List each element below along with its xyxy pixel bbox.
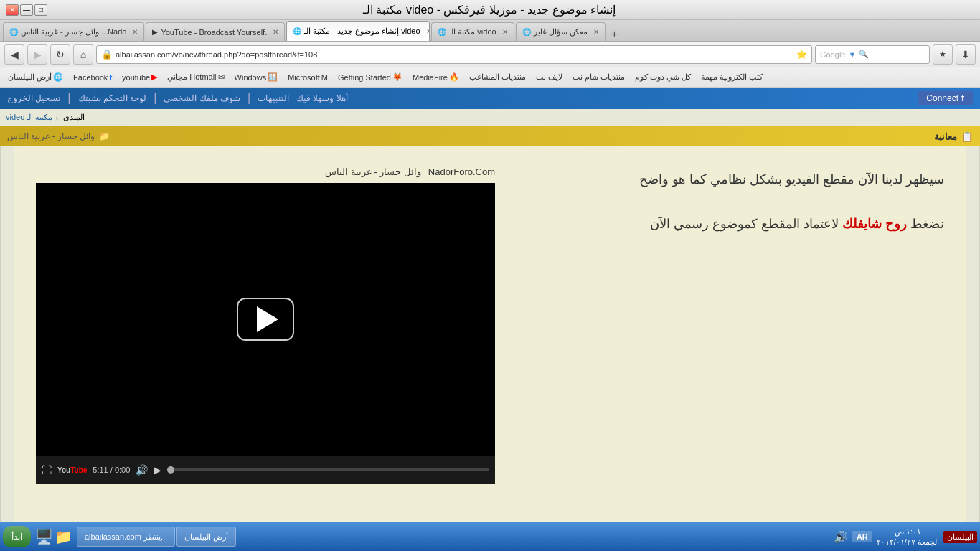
video-container[interactable] xyxy=(36,183,495,456)
text-section: سيظهر لدينا الآن مقطع الفيديو بشكل نظامي… xyxy=(509,161,944,515)
taskbar-browser-label: albailassan.com ينتظر... xyxy=(85,532,167,542)
breadcrumb-sep: › xyxy=(55,113,58,122)
hotmail-icon: ✉ xyxy=(218,72,225,82)
tab-close-youtube[interactable]: ✕ xyxy=(273,28,278,36)
microsoft-icon: M xyxy=(321,73,328,82)
video-controls: ▶ 🔊 0:00 / 5:11 YouTube ⛶ xyxy=(36,456,495,484)
tab-close-question[interactable]: ✕ xyxy=(593,28,599,36)
taskbar-bailassan-item[interactable]: أرض البيلسان xyxy=(176,527,236,547)
taskbar-browser-item[interactable]: albailassan.com ينتظر... xyxy=(77,527,175,547)
tab-new-thread[interactable]: 🌐 إنشاء موضوع جديد - مكتبة الـ video ✕ xyxy=(286,21,430,41)
taskbar-icon-1[interactable]: 🖥️ xyxy=(35,528,53,545)
bookmark-microsoft[interactable]: M Microsoft xyxy=(284,72,331,83)
bookmark-mediafire[interactable]: 🔥 MediaFire xyxy=(409,71,463,83)
welcome-text: أهلا وسهلا فيك xyxy=(296,93,348,103)
bookmark-books[interactable]: كتب الكترونية مهمة xyxy=(697,71,766,83)
section-header: 📋 معانية 📁 وائل جسار - غربية الناس xyxy=(0,126,980,146)
breadcrumb-text: المبدى: xyxy=(61,113,85,122)
bookmark-bailassan[interactable]: 🌐 أرض البيلسان xyxy=(4,71,67,83)
forward-button[interactable]: ▶ xyxy=(27,44,47,65)
taskbar-right: 🔊 AR ١:٠١ ص الجمعة ٢٠١٢/٠١/٢٧ البيلسان xyxy=(834,527,977,547)
volume-button[interactable]: 🔊 xyxy=(136,464,148,476)
tab-icon-library: 🌐 xyxy=(438,28,446,36)
nav-profile[interactable]: شوف ملفك الشخصي xyxy=(164,93,240,103)
connect-button[interactable]: f Connect xyxy=(918,91,973,105)
section-icon: 📋 xyxy=(961,131,973,142)
bookmark-kulshay[interactable]: كل شي دوت كوم xyxy=(631,71,694,83)
shayfilak-link[interactable]: روح شايفلك xyxy=(842,217,907,231)
windows-icon: 🪟 xyxy=(268,72,278,82)
bookmark-sham[interactable]: منتديات شام نت xyxy=(569,71,628,83)
nav-notifications[interactable]: التنبيهات xyxy=(258,93,289,103)
video-header: NadorForo.Com وائل جسار - غربية الناس xyxy=(36,161,495,183)
tab-close-wail[interactable]: ✕ xyxy=(132,28,138,36)
bookmark-youtube[interactable]: ▶ youtube xyxy=(118,71,161,83)
section-label: معانية xyxy=(934,131,957,142)
tab-label-question: معكن سؤال غاير xyxy=(534,27,588,37)
fullscreen-button[interactable]: ⛶ xyxy=(42,464,52,476)
breadcrumb-library[interactable]: مكتبة الـ video xyxy=(6,113,52,122)
title-bar: ✕ — □ مكتبة الـ video - إنشاء موضوع جديد… xyxy=(0,0,980,20)
maximize-button[interactable]: □ xyxy=(34,4,47,16)
youtube-icon: ▶ xyxy=(151,72,157,82)
bookmark-button[interactable]: ★ xyxy=(933,44,953,65)
taskbar-icon-2[interactable]: 📁 xyxy=(55,528,72,545)
instruction-text-2: نضغط روح شايفلك لاعتماد المقطع كموضوع رس… xyxy=(509,212,944,235)
bookmark-mashagib[interactable]: منتديات المشاغب xyxy=(466,71,529,83)
thread-folder-icon: 📁 xyxy=(99,131,110,141)
bookmark-facebook[interactable]: f Facebook xyxy=(70,72,116,83)
close-button[interactable]: ✕ xyxy=(6,4,19,16)
back-button[interactable]: ◀ xyxy=(4,44,24,65)
home-button[interactable]: ⌂ xyxy=(73,44,93,65)
search-box[interactable]: Google ▼ 🔍 xyxy=(815,45,930,64)
bookmark-hotmail[interactable]: ✉ Hotmail مجاني xyxy=(164,71,227,83)
minimize-button[interactable]: — xyxy=(20,4,33,16)
taskbar-sound-icon[interactable]: 🔊 xyxy=(834,530,848,544)
youtube-watermark: YouTube xyxy=(57,466,87,474)
bookmark-label-sham: منتديات شام نت xyxy=(573,72,625,82)
start-button[interactable]: ابدأ xyxy=(3,526,31,547)
refresh-button[interactable]: ↻ xyxy=(50,44,70,65)
bookmark-label-mediafire: MediaFire xyxy=(413,73,448,82)
right-sidebar xyxy=(966,146,980,529)
tab-youtube[interactable]: ▶ YouTube - Broadcast Yourself. ✕ xyxy=(146,22,285,41)
clock-time: ١:٠١ ص xyxy=(877,527,939,537)
new-tab-button[interactable]: + xyxy=(607,28,622,41)
tab-label-library: مكتبة الـ video xyxy=(449,27,496,37)
tab-icon-wail: 🌐 xyxy=(9,28,18,36)
current-time: 0:00 xyxy=(115,466,130,474)
site-nav: أهلا وسهلا فيك التنبيهات | شوف ملفك الشخ… xyxy=(7,92,348,105)
address-bar[interactable]: 🔒 albailassan.com/vb/newthread.php?do=po… xyxy=(96,45,812,64)
page-content: f Connect أهلا وسهلا فيك التنبيهات | شوف… xyxy=(0,88,980,529)
bookmark-windows[interactable]: 🪟 Windows xyxy=(231,71,282,83)
nav-logout[interactable]: تسجيل الخروج xyxy=(7,93,60,103)
video-title-header: وائل جسار - غربية الناس xyxy=(325,166,421,177)
search-placeholder: Google xyxy=(820,50,845,59)
tab-question[interactable]: 🌐 معكن سؤال غاير ✕ xyxy=(516,22,606,41)
breadcrumb-bar: المبدى: › مكتبة الـ video xyxy=(0,109,980,126)
bailassan-icon: 🌐 xyxy=(53,72,63,82)
bookmark-label-hotmail: Hotmail مجاني xyxy=(167,72,216,82)
bookmark-lifenet[interactable]: لايف نت xyxy=(532,71,566,83)
tab-close-new-thread[interactable]: ✕ xyxy=(426,27,430,35)
play-button[interactable] xyxy=(237,298,294,341)
lang-indicator[interactable]: AR xyxy=(852,531,872,542)
tab-label-wail: وائل جسار - غربية الناس ...Nado xyxy=(21,27,126,37)
instruction-text-1: سيظهر لدينا الآن مقطع الفيديو بشكل نظامي… xyxy=(509,168,944,191)
tab-library[interactable]: 🌐 مكتبة الـ video ✕ xyxy=(431,22,514,41)
tab-close-library[interactable]: ✕ xyxy=(502,28,508,36)
main-content: سيظهر لدينا الآن مقطع الفيديو بشكل نظامي… xyxy=(0,146,980,529)
progress-dot xyxy=(167,466,174,474)
play-pause-button[interactable]: ▶ xyxy=(154,464,161,476)
bookmark-label-windows: Windows xyxy=(235,73,267,82)
progress-bar[interactable] xyxy=(167,468,489,471)
downloads-button[interactable]: ⬇ xyxy=(956,44,976,65)
site-header: f Connect أهلا وسهلا فيك التنبيهات | شوف… xyxy=(0,88,980,109)
tab-wail[interactable]: 🌐 وائل جسار - غربية الناس ...Nado ✕ xyxy=(3,22,144,41)
thread-title-display: وائل جسار - غربية الناس xyxy=(7,131,95,141)
nav-controlpanel[interactable]: لوحة التحكم بشبتك xyxy=(78,93,147,103)
play-triangle-icon xyxy=(257,306,278,332)
bookmark-getting-started[interactable]: 🦊 Getting Started xyxy=(334,71,406,83)
clock-date: الجمعة ٢٠١٢/٠١/٢٧ xyxy=(877,537,939,547)
bookmark-label-books: كتب الكترونية مهمة xyxy=(701,72,763,82)
